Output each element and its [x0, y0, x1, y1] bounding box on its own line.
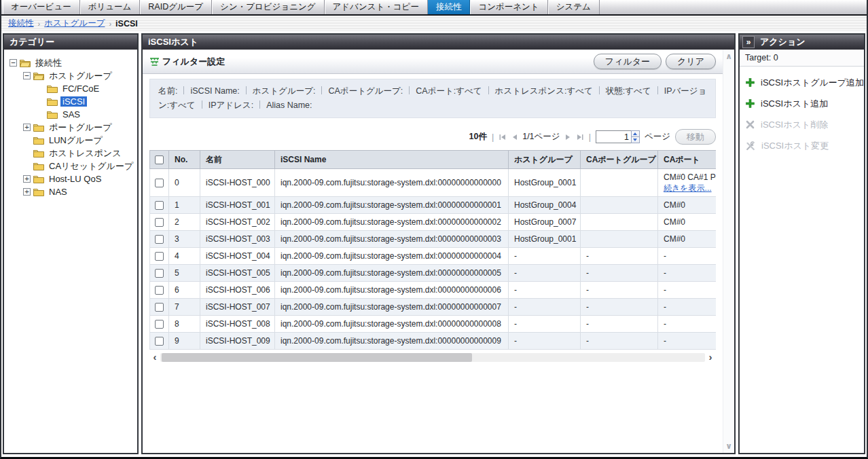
page-down-icon[interactable] [631, 137, 640, 143]
filter-field: 名前: [158, 86, 177, 96]
tab-RAIDグループ[interactable]: RAIDグループ [140, 0, 212, 14]
row-checkbox[interactable] [155, 235, 164, 244]
column-header-CAポートグループ: CAポートグループ [581, 151, 658, 169]
scroll-down-icon[interactable]: ∨ [725, 443, 732, 449]
tree-item-label: SAS [60, 109, 82, 120]
tree-item-FC/FCoE[interactable]: FC/FCoE [7, 82, 134, 95]
tab-アドバンスト・コピー[interactable]: アドバンスト・コピー [325, 0, 428, 14]
cell-ca-port: - [658, 299, 717, 316]
action-panel: » アクション Target: 0 iSCSIホストグループ追加iSCSIホスト… [738, 33, 865, 454]
tab-接続性[interactable]: 接続性 [428, 0, 471, 14]
collapse-node-icon[interactable]: − [10, 59, 17, 67]
tree-item-label: FC/FCoE [60, 84, 101, 94]
category-panel-title: カテゴリー [4, 35, 137, 50]
next-page-icon[interactable] [565, 134, 571, 141]
vertical-scrollbar[interactable]: ∧ ∨ [723, 50, 734, 453]
row-select-cell [150, 169, 169, 197]
breadcrumb-separator: › [109, 20, 111, 28]
action-panel-title: アクション [760, 36, 806, 48]
tab-システム[interactable]: システム [548, 0, 600, 14]
table-row: 9iSCSI-HOST_009iqn.2000-09.com.fujitsu:s… [150, 333, 717, 350]
record-count: 10件 [469, 131, 487, 143]
breadcrumb-link[interactable]: ホストグループ [44, 18, 105, 29]
table-row: 4iSCSI-HOST_004iqn.2000-09.com.fujitsu:s… [150, 248, 717, 265]
folder-open-icon [33, 71, 44, 80]
filter-field: CAポートグループ: [328, 86, 403, 96]
filter-summary: 名前:iSCSI Name:ホストグループ:CAポートグループ:CAポート:すべ… [149, 79, 716, 118]
scroll-right-icon[interactable]: › [705, 352, 716, 362]
tree-item-label: Host-LU QoS [47, 174, 103, 184]
row-select-cell [150, 214, 169, 231]
main-body: フィルター設定 フィルター クリア 名前:iSCSI Name:ホストグループ:… [143, 50, 734, 453]
cell-iscsi-name: iqn.2000-09.com.fujitsu:storage-system.d… [275, 316, 509, 333]
scroll-left-icon[interactable]: ‹ [149, 352, 160, 362]
cell-ca-port-group: - [581, 282, 658, 299]
filter-field: ホストレスポンス:すべて [495, 86, 593, 96]
filter-band: フィルター設定 フィルター クリア [143, 50, 723, 74]
folder-icon [33, 187, 44, 196]
field-separator [202, 100, 202, 109]
cell-iscsi-name: iqn.2000-09.com.fujitsu:storage-system.d… [275, 197, 509, 214]
tree-item-LUNグループ[interactable]: LUNグループ [7, 134, 134, 147]
tab-ボリューム[interactable]: ボリューム [80, 0, 141, 14]
collapse-node-icon[interactable]: − [23, 72, 31, 79]
action-iSCSIホスト追加[interactable]: iSCSIホスト追加 [740, 93, 864, 114]
row-checkbox[interactable] [155, 286, 164, 295]
tree-item-iSCSI[interactable]: iSCSI [7, 95, 134, 108]
ca-port-value: CM#0 CA#1 Po [664, 172, 716, 183]
field-separator [246, 86, 247, 94]
row-checkbox[interactable] [155, 320, 164, 329]
expand-node-icon[interactable]: + [23, 175, 31, 183]
tree-item-NAS[interactable]: +NAS [7, 185, 134, 198]
page-indicator: 1/1ページ [522, 131, 560, 143]
horizontal-scroll-thumb[interactable] [162, 353, 472, 362]
tab-オーバービュー[interactable]: オーバービュー [3, 0, 80, 14]
row-checkbox[interactable] [155, 252, 164, 261]
scroll-up-icon[interactable]: ∧ [725, 53, 732, 60]
page-up-icon[interactable] [631, 130, 640, 137]
first-page-icon[interactable] [499, 134, 507, 141]
cell-host-group: - [509, 299, 581, 316]
tree-item-ホストレスポンス[interactable]: ホストレスポンス [7, 147, 134, 160]
tree-item-label: LUNグループ [47, 134, 105, 147]
tree-item-ホストグループ[interactable]: −ホストグループ [7, 69, 134, 82]
folder-open-icon [20, 58, 31, 67]
row-checkbox[interactable] [155, 218, 164, 227]
row-checkbox[interactable] [155, 179, 164, 187]
tab-コンポーネント[interactable]: コンポーネント [470, 0, 547, 14]
last-page-icon[interactable] [576, 134, 584, 141]
cell-ca-port-group [581, 231, 658, 248]
row-checkbox[interactable] [155, 269, 164, 278]
tab-シン・プロビジョニング[interactable]: シン・プロビジョニング [212, 0, 324, 14]
expand-node-icon[interactable]: + [23, 188, 31, 196]
table-row: 7iSCSI-HOST_007iqn.2000-09.com.fujitsu:s… [150, 299, 717, 316]
horizontal-scrollbar[interactable]: ‹ › [149, 352, 716, 363]
row-checkbox[interactable] [155, 303, 164, 312]
clear-button[interactable]: クリア [666, 54, 716, 69]
go-button[interactable]: 移動 [675, 129, 716, 145]
collapse-panel-button[interactable]: » [742, 36, 755, 48]
folder-icon [33, 162, 44, 170]
table-row: 6iSCSI-HOST_006iqn.2000-09.com.fujitsu:s… [150, 282, 717, 299]
select-all-checkbox[interactable] [155, 155, 164, 164]
filter-field: iSCSI Name: [190, 86, 239, 96]
action-iSCSIホストグループ追加[interactable]: iSCSIホストグループ追加 [740, 72, 864, 93]
tree-item-CAリセットグループ[interactable]: CAリセットグループ [7, 160, 134, 172]
show-more-link[interactable]: 続きを表示... [664, 183, 712, 193]
tree-item-Host-LU QoS[interactable]: +Host-LU QoS [7, 172, 134, 185]
row-checkbox[interactable] [155, 337, 164, 346]
expand-node-icon[interactable]: + [23, 124, 31, 131]
page-number-input[interactable] [596, 130, 631, 143]
filter-button[interactable]: フィルター [594, 54, 662, 69]
prev-page-icon[interactable] [511, 134, 518, 141]
tree-item-SAS[interactable]: SAS [7, 108, 134, 121]
table-body: 0iSCSI-HOST_000iqn.2000-09.com.fujitsu:s… [150, 169, 717, 350]
row-checkbox[interactable] [155, 201, 164, 210]
cell-ca-port: CM#0 [658, 214, 717, 231]
breadcrumb-link[interactable]: 接続性 [8, 18, 34, 29]
tree-item-ポートグループ[interactable]: +ポートグループ [7, 121, 134, 134]
page-title: iSCSIホスト [143, 35, 734, 50]
filter-icon [149, 57, 160, 67]
tree-item-接続性[interactable]: −接続性 [7, 56, 134, 69]
horizontal-scroll-track[interactable] [160, 353, 705, 362]
